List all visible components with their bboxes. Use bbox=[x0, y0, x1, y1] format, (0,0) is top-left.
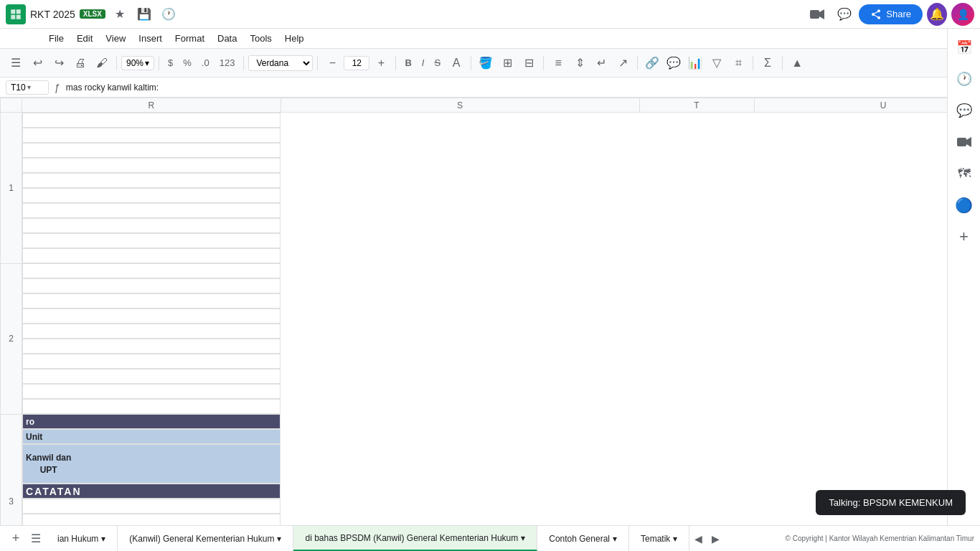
menu-icon-button[interactable]: ☰ bbox=[6, 53, 26, 73]
currency-button[interactable]: $ bbox=[164, 53, 177, 73]
borders-button[interactable]: ⊞ bbox=[497, 53, 517, 73]
profile-avatar[interactable]: 👤 bbox=[951, 3, 974, 26]
cell-t2[interactable] bbox=[22, 293, 281, 309]
cell-u1[interactable] bbox=[22, 158, 281, 173]
sheet-menu-button[interactable]: ☰ bbox=[26, 529, 46, 549]
cell-t1[interactable] bbox=[22, 143, 281, 158]
side-panel: 📅 🕐 💬 🗺 🔵 + bbox=[947, 98, 980, 525]
cell-x2[interactable] bbox=[22, 354, 281, 369]
sheet-tab-bpsdm[interactable]: di bahas BPSDM (Kanwil) General Kementer… bbox=[293, 526, 537, 551]
text-color-button[interactable]: A bbox=[446, 53, 466, 73]
italic-button[interactable]: I bbox=[418, 53, 429, 73]
align-left-button[interactable]: ≡ bbox=[548, 53, 568, 73]
merge-button[interactable]: ⊟ bbox=[519, 53, 539, 73]
menu-data[interactable]: Data bbox=[212, 32, 242, 45]
paint-format-button[interactable]: 🖌 bbox=[92, 53, 112, 73]
link-button[interactable]: 🔗 bbox=[642, 53, 662, 73]
function-button[interactable]: Σ bbox=[758, 53, 778, 73]
text-wrap-button[interactable]: ↵ bbox=[591, 53, 611, 73]
cell-aa2[interactable] bbox=[22, 399, 281, 414]
menu-edit[interactable]: Edit bbox=[71, 32, 98, 45]
cell-y2[interactable] bbox=[22, 369, 281, 384]
share-button[interactable]: Share bbox=[859, 4, 923, 24]
valign-button[interactable]: ⇕ bbox=[570, 53, 590, 73]
zoom-selector[interactable]: 90% ▾ bbox=[121, 56, 154, 70]
side-add-button[interactable]: + bbox=[951, 224, 977, 250]
col-header-r[interactable]: R bbox=[22, 98, 281, 113]
save-button[interactable]: 💾 bbox=[134, 4, 154, 24]
text-rotate-button[interactable]: ↗ bbox=[613, 53, 633, 73]
menu-help[interactable]: Help bbox=[279, 32, 310, 45]
col-header-t[interactable]: T bbox=[639, 98, 754, 113]
history-button[interactable]: 🕐 bbox=[159, 4, 179, 24]
font-size-box[interactable]: 12 bbox=[344, 56, 369, 70]
percent-button[interactable]: % bbox=[179, 53, 196, 73]
copyright-text: © Copyright | Kantor Wilayah Kementrian … bbox=[786, 534, 974, 542]
strikethrough-button[interactable]: S bbox=[430, 53, 445, 73]
dec-decrease-button[interactable]: .0 bbox=[197, 53, 214, 73]
cell-aa1[interactable] bbox=[22, 248, 281, 263]
cell-s3[interactable]: Unit bbox=[22, 429, 281, 444]
cell-r2[interactable] bbox=[22, 263, 281, 278]
sheet-tab-tematik[interactable]: Tematik ▾ bbox=[629, 526, 689, 551]
cell-s1[interactable] bbox=[22, 128, 281, 143]
cell-z1[interactable] bbox=[22, 233, 281, 248]
increase-font-button[interactable]: + bbox=[371, 53, 391, 73]
hide-formula-button[interactable]: ▲ bbox=[787, 53, 807, 73]
menu-insert[interactable]: Insert bbox=[133, 32, 168, 45]
cell-r3[interactable]: ro bbox=[22, 414, 281, 429]
cell-w3[interactable] bbox=[22, 514, 281, 525]
sheet-tab-kanwil[interactable]: (Kanwil) General Kementerian Hukum ▾ bbox=[118, 526, 293, 551]
side-maps-button[interactable]: 🗺 bbox=[951, 161, 977, 187]
filter-button[interactable]: ▽ bbox=[707, 53, 727, 73]
cell-r1[interactable] bbox=[22, 113, 281, 128]
col-header-s[interactable]: S bbox=[281, 98, 639, 113]
column-stats-button[interactable]: ⌗ bbox=[728, 53, 748, 73]
menu-file[interactable]: File bbox=[43, 32, 70, 45]
menu-tools[interactable]: Tools bbox=[244, 32, 277, 45]
meet-button[interactable] bbox=[804, 6, 830, 22]
add-sheet-button[interactable]: + bbox=[6, 529, 26, 549]
sheet-tab-contoh[interactable]: Contoh General ▾ bbox=[537, 526, 629, 551]
side-meet-button[interactable] bbox=[951, 129, 977, 155]
cell-ref-box[interactable]: T10 ▾ bbox=[6, 80, 49, 95]
chart-button[interactable]: 📊 bbox=[685, 53, 705, 73]
cell-x1[interactable] bbox=[22, 203, 281, 218]
menu-format[interactable]: Format bbox=[169, 32, 210, 45]
tab-ian-label: ian Hukum bbox=[57, 534, 98, 544]
undo-button[interactable]: ↩ bbox=[27, 53, 47, 73]
sheet-tab-ian[interactable]: ian Hukum ▾ bbox=[46, 526, 118, 551]
print-button[interactable]: 🖨 bbox=[70, 53, 90, 73]
decrease-font-button[interactable]: − bbox=[322, 53, 342, 73]
font-selector[interactable]: Verdana bbox=[248, 55, 313, 71]
redo-button[interactable]: ↪ bbox=[49, 53, 69, 73]
cell-z2[interactable] bbox=[22, 384, 281, 399]
bold-button[interactable]: B bbox=[400, 53, 415, 73]
cell-w1[interactable] bbox=[22, 188, 281, 203]
cell-u2[interactable] bbox=[22, 309, 281, 324]
svg-rect-6 bbox=[957, 138, 966, 146]
cell-u3[interactable]: CATATAN bbox=[22, 484, 281, 499]
cell-v1[interactable] bbox=[22, 173, 281, 188]
fill-color-button[interactable]: 🪣 bbox=[476, 53, 496, 73]
separator-9 bbox=[753, 56, 753, 70]
side-palette-button[interactable]: 🔵 bbox=[951, 192, 977, 218]
tab-nav-next[interactable]: ▶ bbox=[707, 530, 724, 547]
notifications-button[interactable]: 🔔 bbox=[927, 4, 947, 24]
side-chat-button[interactable]: 💬 bbox=[951, 98, 977, 123]
formula-input[interactable] bbox=[66, 83, 964, 93]
col-header-u[interactable]: U bbox=[754, 98, 947, 113]
tab-nav-prev[interactable]: ◀ bbox=[689, 530, 707, 547]
cell-t3[interactable]: Kanwil dan UPT bbox=[22, 444, 281, 484]
comment-button[interactable]: 💬 bbox=[664, 53, 684, 73]
cell-v2[interactable] bbox=[22, 324, 281, 339]
dec-increase-button[interactable]: 123 bbox=[215, 53, 240, 73]
star-button[interactable]: ★ bbox=[110, 4, 130, 24]
cell-w2[interactable] bbox=[22, 339, 281, 354]
cell-v3[interactable] bbox=[22, 499, 281, 514]
menu-view[interactable]: View bbox=[100, 32, 131, 45]
chat-button[interactable]: 💬 bbox=[834, 4, 854, 24]
table-row: 2 bbox=[1, 263, 948, 414]
cell-s2[interactable] bbox=[22, 278, 281, 293]
cell-y1[interactable] bbox=[22, 218, 281, 233]
